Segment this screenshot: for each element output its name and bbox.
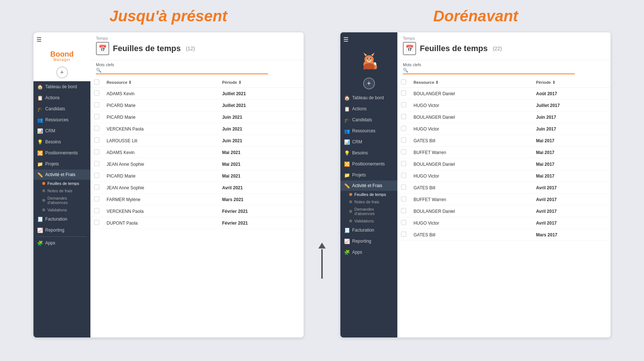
nav-reporting-left[interactable]: 📈 Reporting	[33, 225, 90, 236]
row-checkbox[interactable]	[90, 147, 103, 158]
nav-activite-right[interactable]: ✏️ Activité et Frais	[340, 180, 397, 191]
nav-besoins-left[interactable]: 💡 Besoins	[33, 136, 90, 147]
row-checkbox[interactable]	[397, 100, 410, 111]
row-period: Juin 2021	[218, 111, 304, 123]
logo-boond: Boond	[50, 50, 74, 58]
nav-ressources-right[interactable]: 👥 Ressources	[340, 125, 397, 136]
nav-facturation-left[interactable]: 🧾 Facturation	[33, 214, 90, 225]
nav-label-apps-right: Apps	[352, 250, 362, 255]
nav-activite-left[interactable]: ✏️ Activité et Frais	[33, 169, 90, 180]
row-checkbox[interactable]	[397, 88, 410, 100]
nav-tableau-de-bord-right[interactable]: 🏠 Tableau de bord	[340, 92, 397, 103]
nav-demandes-left[interactable]: Demandes d'absences	[33, 194, 90, 206]
nav-projets-right[interactable]: 📁 Projets	[340, 169, 397, 180]
table-row[interactable]: ADAMS Kevin Mai 2021	[90, 147, 304, 158]
nav-facturation-right[interactable]: 🧾 Facturation	[340, 225, 397, 236]
page-title-left: Feuilles de temps	[113, 44, 181, 53]
row-checkbox[interactable]	[90, 88, 103, 100]
nav-feuilles-left[interactable]: Feuilles de temps	[33, 180, 90, 187]
nav-ressources-left[interactable]: 👥 Ressources	[33, 114, 90, 125]
table-row[interactable]: GATES Bill Avril 2017	[397, 182, 611, 194]
search-input-right[interactable]	[411, 68, 575, 73]
row-checkbox[interactable]	[90, 217, 103, 229]
nav-validations-right[interactable]: Validations	[340, 217, 397, 225]
table-row[interactable]: HUGO Victor Juillet 2017	[397, 100, 611, 111]
row-checkbox[interactable]	[397, 135, 410, 147]
nav-positionnements-left[interactable]: 🔀 Positionnements	[33, 147, 90, 158]
table-row[interactable]: PICARD Marie Mai 2021	[90, 170, 304, 182]
nav-apps-right[interactable]: 🧩 Apps	[340, 247, 397, 258]
table-row[interactable]: BUFFET Warren Avril 2017	[397, 194, 611, 205]
table-row[interactable]: HUGO Victor Mai 2017	[397, 170, 611, 182]
table-row[interactable]: BUFFET Warren Mai 2017	[397, 147, 611, 158]
row-checkbox[interactable]	[397, 217, 410, 229]
table-row[interactable]: BOULANGER Daniel Mai 2017	[397, 158, 611, 170]
table-row[interactable]: ADAMS Kevin Juillet 2021	[90, 88, 304, 100]
table-row[interactable]: FARMER Mylène Mars 2021	[90, 194, 304, 205]
hamburger-icon-right[interactable]: ☰	[343, 36, 348, 43]
row-checkbox[interactable]	[397, 182, 410, 194]
row-checkbox[interactable]	[90, 135, 103, 147]
nav-notes-left[interactable]: Notes de frais	[33, 187, 90, 194]
row-checkbox[interactable]	[90, 194, 103, 205]
col-periode-left[interactable]: Période ⇕	[218, 77, 304, 88]
main-header-left: Temps 📅 Feuilles de temps (12)	[90, 32, 304, 60]
table-row[interactable]: PICARD Marie Juin 2021	[90, 111, 304, 123]
row-checkbox[interactable]	[397, 111, 410, 123]
col-ressource-left[interactable]: Ressource ⇕	[103, 77, 218, 88]
besoins-icon-right: 💡	[344, 150, 350, 156]
nav-notes-right[interactable]: Notes de frais	[340, 198, 397, 205]
row-checkbox[interactable]	[397, 123, 410, 135]
row-checkbox[interactable]	[90, 111, 103, 123]
table-row[interactable]: HUGO Victor Juin 2017	[397, 123, 611, 135]
nav-apps-left[interactable]: 🧩 Apps	[33, 237, 90, 249]
table-row[interactable]: BOULANGER Daniel Avril 2017	[397, 205, 611, 217]
nav-actions-left[interactable]: 📋 Actions	[33, 92, 90, 103]
nav-besoins-right[interactable]: 💡 Besoins	[340, 147, 397, 158]
add-button-left[interactable]: +	[56, 67, 68, 78]
nav-reporting-right[interactable]: 📈 Reporting	[340, 236, 397, 247]
table-row[interactable]: BOULANGER Daniel Août 2017	[397, 88, 611, 100]
add-button-right[interactable]: +	[363, 78, 375, 89]
row-checkbox[interactable]	[90, 182, 103, 194]
nav-validations-left[interactable]: Validations	[33, 206, 90, 214]
col-ressource-right[interactable]: Ressource ⇕	[410, 77, 532, 88]
table-row[interactable]: VERCKENN Paola Juin 2021	[90, 123, 304, 135]
table-row[interactable]: JEAN Anne Sophie Mai 2021	[90, 158, 304, 170]
nav-crm-right[interactable]: 📊 CRM	[340, 136, 397, 147]
nav-candidats-right[interactable]: 🎓 Candidats	[340, 114, 397, 125]
checkbox-header-left[interactable]	[94, 79, 99, 85]
nav-candidats-left[interactable]: 🎓 Candidats	[33, 103, 90, 114]
table-row[interactable]: LAROUSSE Lili Juin 2021	[90, 135, 304, 147]
row-checkbox[interactable]	[90, 170, 103, 182]
row-checkbox[interactable]	[90, 100, 103, 111]
nav-actions-right[interactable]: 📋 Actions	[340, 103, 397, 114]
table-row[interactable]: JEAN Anne Sophie Avril 2021	[90, 182, 304, 194]
row-checkbox[interactable]	[397, 170, 410, 182]
table-row[interactable]: PICARD Marie Juillet 2021	[90, 100, 304, 111]
table-row[interactable]: GATES Bill Mars 2017	[397, 229, 611, 241]
hamburger-icon-left[interactable]: ☰	[36, 36, 42, 43]
nav-crm-left[interactable]: 📊 CRM	[33, 125, 90, 136]
nav-positionnements-right[interactable]: 🔀 Positionnements	[340, 158, 397, 169]
row-checkbox[interactable]	[397, 229, 410, 241]
table-row[interactable]: HUGO Victor Avril 2017	[397, 217, 611, 229]
row-checkbox[interactable]	[90, 205, 103, 217]
table-row[interactable]: DUPONT Paola Février 2021	[90, 217, 304, 229]
table-row[interactable]: BOULANGER Daniel Juin 2017	[397, 111, 611, 123]
nav-tableau-de-bord-left[interactable]: 🏠 Tableau de bord	[33, 81, 90, 92]
row-checkbox[interactable]	[397, 194, 410, 205]
nav-demandes-right[interactable]: Demandes d'absences	[340, 205, 397, 217]
table-row[interactable]: GATES Bill Mai 2017	[397, 135, 611, 147]
row-checkbox[interactable]	[90, 158, 103, 170]
search-input-left[interactable]	[104, 68, 268, 73]
table-row[interactable]: VERCKENN Paola Février 2021	[90, 205, 304, 217]
col-periode-right[interactable]: Période ⇕	[532, 77, 611, 88]
row-checkbox[interactable]	[397, 147, 410, 158]
checkbox-header-right[interactable]	[401, 79, 406, 85]
row-checkbox[interactable]	[397, 205, 410, 217]
row-checkbox[interactable]	[397, 158, 410, 170]
nav-projets-left[interactable]: 📁 Projets	[33, 158, 90, 169]
row-checkbox[interactable]	[90, 123, 103, 135]
nav-feuilles-right[interactable]: Feuilles de temps	[340, 191, 397, 198]
